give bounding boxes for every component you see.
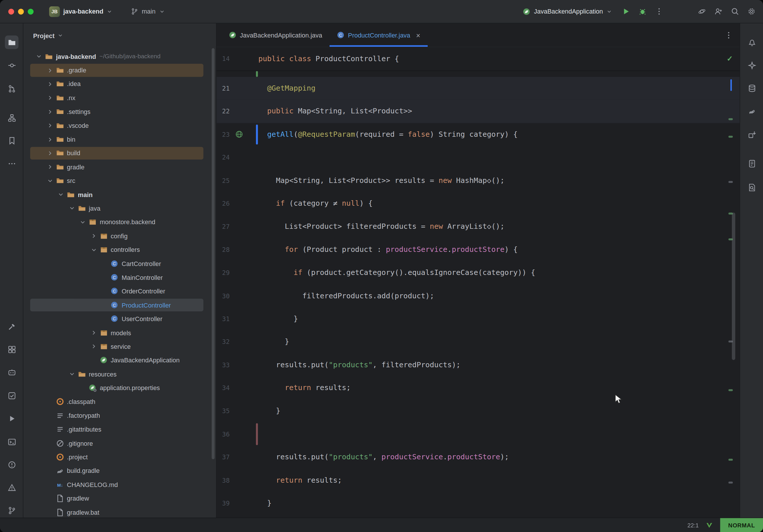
tree-item-vscode[interactable]: .vscode bbox=[23, 119, 216, 133]
tab-options-icon[interactable] bbox=[725, 31, 733, 39]
tree-item-nx[interactable]: .nx bbox=[23, 91, 216, 105]
code-line-21[interactable]: 21@GetMapping bbox=[216, 77, 740, 100]
tree-item-gradlew-bat[interactable]: gradlew.bat bbox=[23, 505, 216, 518]
vim-mode-badge[interactable]: NORMAL bbox=[720, 518, 763, 532]
branch-widget[interactable]: main bbox=[127, 6, 169, 17]
ai-chat-icon[interactable] bbox=[5, 366, 19, 379]
project-tree-scrollbar[interactable] bbox=[212, 48, 214, 459]
chevron-down-icon[interactable] bbox=[33, 53, 45, 60]
project-panel-header[interactable]: Project bbox=[23, 23, 216, 48]
tree-item-maincontroller[interactable]: CMainController bbox=[23, 270, 216, 284]
chevron-right-icon[interactable] bbox=[88, 233, 99, 240]
chevron-right-icon[interactable] bbox=[44, 95, 56, 102]
chevron-right-icon[interactable] bbox=[44, 122, 56, 129]
tree-item-build-gradle[interactable]: build.gradle bbox=[23, 464, 216, 478]
code-line-31[interactable]: 31} bbox=[216, 308, 740, 331]
tree-item-cartcontroller[interactable]: CCartController bbox=[23, 257, 216, 270]
tree-item-config[interactable]: config bbox=[23, 229, 216, 243]
tree-item-gradle[interactable]: .gradle bbox=[23, 63, 216, 77]
debug-button[interactable] bbox=[635, 5, 649, 18]
tree-item-project[interactable]: .project bbox=[23, 450, 216, 464]
tree-item-java-backend[interactable]: java-backend~/Github/java-backend bbox=[23, 50, 216, 63]
tree-item-controllers[interactable]: controllers bbox=[23, 243, 216, 257]
caret-position-widget[interactable]: 22:1 bbox=[687, 522, 699, 529]
run-icon[interactable] bbox=[5, 412, 19, 425]
ideavim-icon[interactable] bbox=[706, 521, 713, 529]
tree-item-main[interactable]: main bbox=[23, 188, 216, 202]
code-line-29[interactable]: 29if (product.getCategory().equalsIgnore… bbox=[216, 262, 740, 284]
tree-item-settings[interactable]: .settings bbox=[23, 105, 216, 119]
gradle-icon[interactable] bbox=[745, 104, 759, 118]
tree-item-models[interactable]: models bbox=[23, 326, 216, 340]
tree-item-changelog-md[interactable]: M↓CHANGELOG.md bbox=[23, 478, 216, 491]
tab-javabackendapplication-java[interactable]: JavaBackendApplication.java bbox=[221, 23, 330, 47]
code-line-37[interactable]: 37results.put("products", productService… bbox=[216, 446, 740, 469]
tree-item-productcontroller[interactable]: CProductController bbox=[23, 298, 216, 312]
code-line-14[interactable]: 14public class ProductController { bbox=[216, 47, 740, 71]
tab-productcontroller-java[interactable]: CProductController.java× bbox=[330, 23, 428, 47]
tree-item-resources[interactable]: resources bbox=[23, 367, 216, 381]
tree-item-idea[interactable]: .idea bbox=[23, 77, 216, 91]
chevron-right-icon[interactable] bbox=[44, 108, 56, 115]
tree-item-build[interactable]: build bbox=[23, 146, 216, 160]
code-line-30[interactable]: 30filteredProducts.add(product); bbox=[216, 284, 740, 308]
tree-item-ordercontroller[interactable]: COrderController bbox=[23, 284, 216, 298]
find-icon[interactable] bbox=[745, 181, 759, 194]
commit-icon[interactable] bbox=[5, 58, 19, 72]
build-icon[interactable] bbox=[5, 320, 19, 333]
version-control-icon[interactable] bbox=[5, 503, 19, 517]
chevron-down-icon[interactable] bbox=[88, 246, 99, 253]
project-widget[interactable]: JB java-backend bbox=[45, 4, 117, 19]
code-line-35[interactable]: 35} bbox=[216, 399, 740, 423]
code-line-28[interactable]: 28for (Product product : productService.… bbox=[216, 238, 740, 262]
chevron-down-icon[interactable] bbox=[66, 205, 77, 212]
code-line-33[interactable]: 33results.put("products", filteredProduc… bbox=[216, 354, 740, 376]
settings-button[interactable] bbox=[744, 5, 758, 18]
chevron-right-icon[interactable] bbox=[88, 343, 99, 350]
todo-icon[interactable] bbox=[5, 388, 19, 402]
minimize-window-button[interactable] bbox=[18, 9, 24, 14]
zoom-window-button[interactable] bbox=[28, 9, 34, 14]
chevron-right-icon[interactable] bbox=[44, 150, 56, 157]
more-actions-button[interactable] bbox=[652, 5, 666, 18]
close-icon[interactable]: × bbox=[416, 32, 420, 39]
ai-assistant-button[interactable] bbox=[695, 5, 708, 18]
terminal-icon[interactable] bbox=[5, 435, 19, 448]
chevron-down-icon[interactable] bbox=[44, 177, 56, 184]
structure-icon[interactable] bbox=[5, 111, 19, 124]
code-with-me-button[interactable] bbox=[711, 5, 725, 18]
search-everywhere-button[interactable] bbox=[728, 5, 742, 18]
code-line-36[interactable]: 36 bbox=[216, 423, 740, 446]
run-configuration-select[interactable]: JavaBackendApplication bbox=[519, 5, 616, 17]
more-icon[interactable] bbox=[5, 157, 19, 170]
notifications-icon[interactable] bbox=[745, 36, 759, 49]
endpoint-icon[interactable] bbox=[235, 130, 243, 139]
tree-item-gradlew[interactable]: gradlew bbox=[23, 491, 216, 505]
ai-assistant-icon[interactable] bbox=[745, 58, 759, 72]
code-line-27[interactable]: 27List<Product> filteredProducts = new A… bbox=[216, 215, 740, 238]
chevron-right-icon[interactable] bbox=[44, 81, 56, 88]
database-icon[interactable] bbox=[745, 81, 759, 95]
code-line-25[interactable]: 25Map<String, List<Product>> results = n… bbox=[216, 169, 740, 192]
inspections-icon[interactable] bbox=[5, 458, 19, 472]
tree-item-gradle[interactable]: gradle bbox=[23, 160, 216, 174]
bookmarks-icon[interactable] bbox=[5, 134, 19, 148]
chevron-right-icon[interactable] bbox=[44, 67, 56, 74]
project-icon[interactable] bbox=[5, 36, 19, 49]
tree-item-classpath[interactable]: .classpath bbox=[23, 395, 216, 409]
tree-item-bin[interactable]: bin bbox=[23, 133, 216, 146]
chevron-down-icon[interactable] bbox=[55, 191, 67, 198]
code-line-23[interactable]: 23getAll(@RequestParam(required = false)… bbox=[216, 123, 740, 146]
tree-item-gitignore[interactable]: .gitignore bbox=[23, 436, 216, 450]
problems-icon[interactable] bbox=[5, 480, 19, 494]
chevron-right-icon[interactable] bbox=[88, 330, 99, 336]
run-button[interactable] bbox=[619, 5, 632, 18]
services-icon[interactable] bbox=[5, 343, 19, 356]
code-line-32[interactable]: 32} bbox=[216, 330, 740, 354]
tree-item-usercontroller[interactable]: CUserController bbox=[23, 312, 216, 326]
code-line-38[interactable]: 38return results; bbox=[216, 469, 740, 492]
chevron-right-icon[interactable] bbox=[44, 163, 56, 170]
close-window-button[interactable] bbox=[8, 9, 14, 14]
tree-item-javabackendapplication[interactable]: JavaBackendApplication bbox=[23, 354, 216, 367]
editor-scrollbar[interactable] bbox=[732, 213, 735, 360]
